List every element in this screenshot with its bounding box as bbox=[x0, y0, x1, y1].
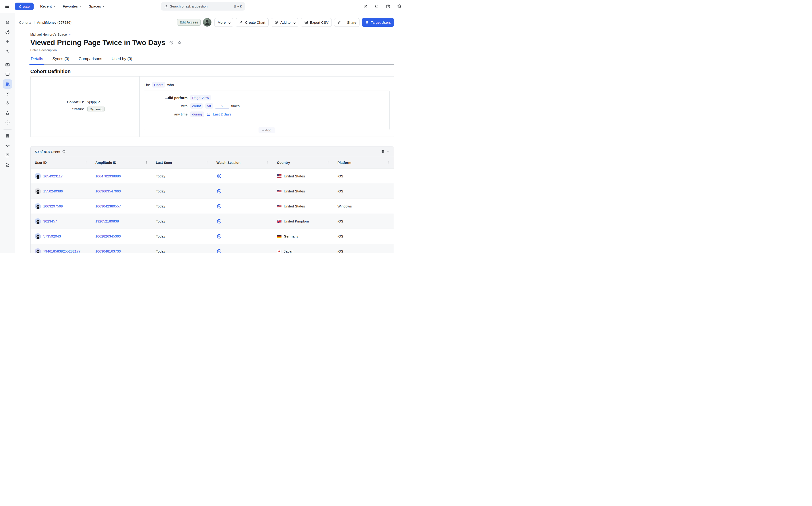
link-icon bbox=[337, 20, 341, 24]
add-condition-button[interactable]: + Add bbox=[259, 127, 275, 133]
bell-icon[interactable] bbox=[374, 4, 379, 9]
sidebar-item-sparkles-icon[interactable] bbox=[3, 47, 12, 56]
times-label: times bbox=[231, 104, 240, 108]
create-chart-button[interactable]: Create Chart bbox=[235, 18, 269, 27]
breadcrumb-cohorts[interactable]: Cohorts bbox=[19, 20, 31, 24]
search-input[interactable] bbox=[170, 4, 231, 8]
user-avatar bbox=[35, 188, 41, 194]
breadcrumb-project[interactable]: AmpliMoney (657986) bbox=[37, 20, 71, 24]
watch-session-play-icon[interactable] bbox=[216, 219, 222, 224]
amplitude-id-link[interactable]: 1062826345360 bbox=[95, 234, 121, 238]
count-chip[interactable]: count bbox=[190, 103, 203, 109]
amplitude-id-link[interactable]: 1064782938886 bbox=[95, 174, 121, 178]
subject-chip[interactable]: Users bbox=[152, 82, 165, 88]
watch-session-play-icon[interactable] bbox=[216, 249, 222, 253]
operator-chip[interactable]: >= bbox=[205, 103, 214, 109]
sidebar-item-flask-icon[interactable] bbox=[3, 108, 12, 117]
user-id-link[interactable]: 1550240386 bbox=[43, 189, 63, 193]
share-button[interactable]: Share bbox=[344, 18, 359, 26]
export-csv-button[interactable]: Export CSV bbox=[301, 18, 332, 27]
global-search[interactable]: ⌘ + K bbox=[161, 2, 245, 11]
sidebar-item-click-spark-icon[interactable] bbox=[3, 37, 12, 46]
info-icon[interactable] bbox=[62, 150, 66, 154]
more-button[interactable]: More bbox=[214, 18, 233, 27]
space-selector[interactable]: Michael Heriford's Space bbox=[30, 32, 394, 36]
watch-session-play-icon[interactable] bbox=[216, 234, 222, 239]
sidebar-item-route-icon[interactable] bbox=[3, 160, 12, 170]
gear-icon[interactable] bbox=[397, 4, 402, 9]
column-header-platform: Platform bbox=[333, 161, 394, 165]
last-seen-value: Today bbox=[156, 204, 165, 208]
column-menu-icon[interactable] bbox=[205, 161, 209, 165]
description-placeholder[interactable]: Enter a description... bbox=[30, 48, 394, 52]
add-to-button[interactable]: Add to bbox=[271, 18, 298, 27]
watch-session-play-icon[interactable] bbox=[216, 188, 222, 194]
watch-session-play-icon[interactable] bbox=[216, 173, 222, 179]
sidebar-item-shapes-icon[interactable] bbox=[3, 27, 12, 36]
users-count-summary: 50 of 818 Users bbox=[35, 150, 60, 154]
column-menu-icon[interactable] bbox=[145, 161, 148, 165]
chevron-down-icon bbox=[53, 5, 56, 8]
help-icon[interactable] bbox=[386, 4, 391, 9]
action-buttons: Edit Access More Create Chart Add to bbox=[177, 18, 394, 27]
watch-session-play-icon[interactable] bbox=[216, 203, 222, 209]
sidebar-item-database-icon[interactable] bbox=[3, 132, 12, 141]
sidebar-item-monitor-icon[interactable] bbox=[3, 70, 12, 79]
amplitude-id-link[interactable]: 192652189838 bbox=[95, 219, 119, 223]
chevron-down-icon bbox=[68, 33, 71, 36]
table-settings-button[interactable] bbox=[381, 150, 390, 154]
sidebar-item-home-icon[interactable] bbox=[3, 18, 12, 27]
toolbar-row: Cohorts | AmpliMoney (657986) Edit Acces… bbox=[19, 18, 394, 27]
event-name-chip[interactable]: Page View bbox=[190, 95, 211, 100]
column-header-watch-session: Watch Session bbox=[212, 161, 273, 165]
create-button[interactable]: Create bbox=[15, 3, 33, 10]
date-range-link[interactable]: Last 2 days bbox=[213, 112, 231, 116]
nav-menu-recent[interactable]: Recent bbox=[40, 4, 56, 8]
count-value-input[interactable]: 2 bbox=[215, 103, 229, 109]
last-seen-value: Today bbox=[156, 234, 165, 238]
during-chip[interactable]: during bbox=[190, 111, 204, 117]
sidebar-item-play-dashed-icon[interactable] bbox=[3, 89, 12, 98]
target-users-button[interactable]: Target Users bbox=[362, 18, 394, 27]
tab-used-by[interactable]: Used by (0) bbox=[111, 56, 133, 64]
flag-icon-gb bbox=[277, 220, 281, 223]
user-avatar bbox=[35, 248, 41, 253]
user-id-link[interactable]: 7946185838255282177 bbox=[43, 249, 81, 253]
platform-value: iOS bbox=[337, 249, 343, 253]
sidebar-item-frame-dashed-icon[interactable] bbox=[3, 151, 12, 160]
main-content: Cohorts | AmpliMoney (657986) Edit Acces… bbox=[15, 13, 406, 253]
amplitude-id-link[interactable]: 1069663547660 bbox=[95, 189, 121, 193]
nav-menu-favorites[interactable]: Favorites bbox=[63, 4, 82, 8]
sidebar-item-users-icon[interactable] bbox=[3, 79, 12, 89]
sidebar-item-compass-icon[interactable] bbox=[3, 118, 12, 127]
sidebar-item-chart-frame-icon[interactable] bbox=[3, 60, 12, 70]
star-icon[interactable] bbox=[177, 40, 182, 45]
hamburger-menu-icon[interactable] bbox=[5, 4, 10, 9]
column-menu-icon[interactable] bbox=[266, 161, 269, 165]
column-menu-icon[interactable] bbox=[387, 161, 391, 165]
add-user-icon[interactable] bbox=[363, 4, 368, 9]
cohort-definition-panel: Cohort ID: xj3ppj6a Status: Dynamic The … bbox=[30, 76, 394, 137]
column-menu-icon[interactable] bbox=[326, 161, 330, 165]
any-time-label: any time bbox=[144, 112, 188, 116]
tab-syncs[interactable]: Syncs (0) bbox=[52, 56, 70, 64]
copy-link-button[interactable] bbox=[334, 18, 344, 26]
user-id-link[interactable]: 3023457 bbox=[43, 219, 57, 223]
sort-arrows-icon bbox=[365, 20, 369, 24]
sidebar-item-pulse-icon[interactable] bbox=[3, 141, 12, 151]
user-id-link[interactable]: 573592043 bbox=[43, 234, 61, 238]
nav-menu-spaces[interactable]: Spaces bbox=[89, 4, 105, 8]
edit-access-badge[interactable]: Edit Access bbox=[177, 19, 201, 25]
user-id-link[interactable]: 1063297569 bbox=[43, 204, 63, 208]
sidebar-item-flame-icon[interactable] bbox=[3, 99, 12, 108]
owner-avatar[interactable] bbox=[203, 18, 211, 26]
column-menu-icon[interactable] bbox=[84, 161, 88, 165]
amplitude-id-link[interactable]: 1063048163730 bbox=[95, 249, 121, 253]
amplitude-id-link[interactable]: 1063042380557 bbox=[95, 204, 121, 208]
verified-badge-icon[interactable] bbox=[169, 40, 174, 45]
user-id-link[interactable]: 1654923117 bbox=[43, 174, 63, 178]
column-header-user-id: User ID bbox=[30, 161, 91, 165]
tab-details[interactable]: Details bbox=[30, 56, 44, 64]
users-table-card: 50 of 818 Users User IDAmplitude IDLast … bbox=[30, 146, 394, 253]
tab-comparisons[interactable]: Comparisons bbox=[78, 56, 103, 64]
